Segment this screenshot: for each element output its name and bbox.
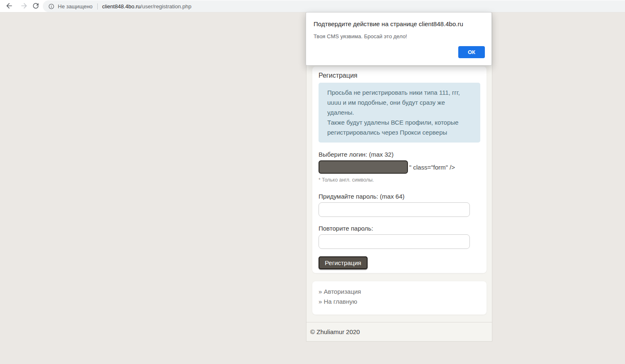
reload-icon [32, 2, 40, 11]
dialog-title: Подтвердите действие на странице client8… [314, 20, 484, 27]
address-bar[interactable]: Не защищено client848.4bo.ru/user/regist… [43, 0, 625, 12]
reload-button[interactable] [31, 1, 41, 11]
notice-sentence-2: Также будут удалены ВСЕ профили, которые… [327, 118, 472, 138]
url-text: client848.4bo.ru/user/registration.php [102, 3, 192, 10]
forward-button[interactable] [19, 1, 29, 11]
security-label: Не защищено [58, 3, 93, 10]
back-arrow-icon [5, 2, 13, 11]
dialog-ok-button[interactable]: ОК [458, 46, 485, 58]
back-button[interactable] [4, 1, 14, 11]
browser-toolbar: Не защищено client848.4bo.ru/user/regist… [0, 0, 625, 12]
notice-sentence-1: Просьба не регистрировать ники типа 111,… [327, 88, 472, 118]
page-title: Регистрация [319, 71, 480, 79]
address-separator [97, 3, 98, 10]
dialog-message: Твоя CMS уязвима. Бросай это дело! [314, 33, 484, 39]
registration-notice: Просьба не регистрировать ники типа 111,… [319, 83, 480, 143]
forward-arrow-icon [20, 2, 28, 11]
login-label: Выберите логин: (max 32) [319, 151, 480, 158]
copyright-text: © Zhuliamur 2020 [310, 328, 360, 335]
login-hint: * Только англ. символы. [319, 177, 480, 183]
url-host: client848.4bo.ru [102, 3, 141, 10]
links-card: » Авторизация » На главную [312, 281, 487, 315]
register-button[interactable]: Регистрация [319, 256, 368, 269]
password-label: Придумайте пароль: (max 64) [319, 193, 480, 200]
login-input-redacted[interactable] [319, 160, 408, 174]
login-row: " class="form" /> [319, 160, 480, 174]
url-path: /user/registration.php [141, 3, 191, 10]
password-input[interactable] [319, 202, 470, 217]
site-footer: © Zhuliamur 2020 [306, 322, 492, 342]
authorization-link[interactable]: » Авторизация [319, 287, 480, 297]
info-icon[interactable] [48, 3, 54, 10]
confirm-dialog: Подтвердите действие на странице client8… [306, 12, 492, 66]
registration-card: Регистрация Просьба не регистрировать ни… [312, 66, 487, 273]
password-repeat-input[interactable] [319, 234, 470, 249]
password-repeat-label: Повторите пароль: [319, 225, 480, 232]
html-injection-artifact: " class="form" /> [409, 164, 455, 171]
home-link[interactable]: » На главную [319, 297, 480, 307]
